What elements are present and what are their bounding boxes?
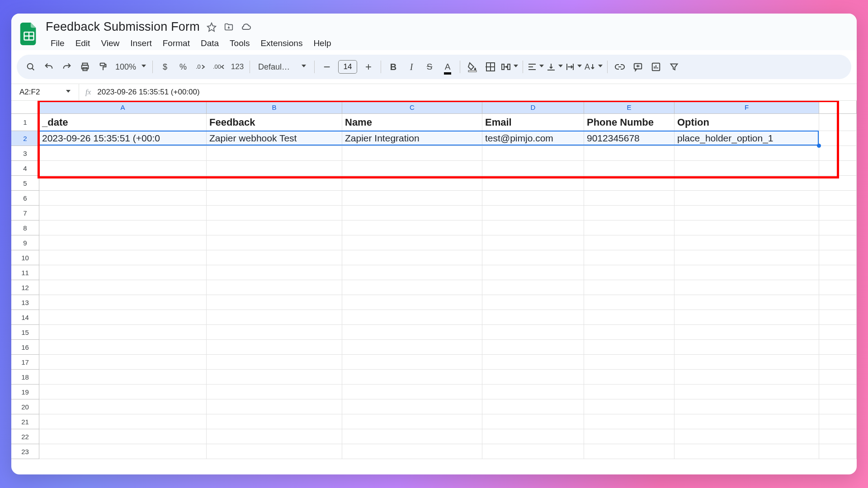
select-all-corner[interactable] [11,101,39,114]
cell[interactable]: Email [482,114,584,131]
cell[interactable] [342,265,482,280]
zoom-select[interactable]: 100% [113,62,148,72]
redo-icon[interactable] [59,59,75,75]
cell[interactable] [584,340,675,355]
cell[interactable] [482,206,584,221]
row-header[interactable]: 13 [11,295,39,310]
cell[interactable] [39,250,207,265]
cell[interactable] [675,176,819,191]
decrease-decimal-icon[interactable]: .0 [193,59,209,75]
cell[interactable] [342,235,482,250]
cell[interactable] [39,385,207,399]
cell[interactable] [207,414,342,429]
merge-cells-button[interactable] [501,59,518,75]
cell[interactable] [675,206,819,221]
cell[interactable] [675,355,819,370]
row-header[interactable]: 2 [11,131,39,146]
cell[interactable]: test@pimjo.com [482,131,584,146]
cell[interactable] [207,295,342,310]
cell[interactable] [342,355,482,370]
text-rotation-button[interactable]: A [585,59,603,75]
increase-decimal-icon[interactable]: .00 [212,59,227,75]
cell[interactable] [39,325,207,340]
cell[interactable] [207,355,342,370]
cell[interactable] [207,340,342,355]
row-header[interactable]: 20 [11,399,39,414]
decrease-fontsize-icon[interactable]: − [319,59,335,75]
cell[interactable] [584,444,675,459]
cell[interactable] [207,206,342,221]
cell[interactable] [342,340,482,355]
cell[interactable] [342,325,482,340]
cell[interactable] [584,176,675,191]
spreadsheet-grid[interactable]: ABCDEF 123456789101112131415161718192021… [11,101,857,474]
cell[interactable] [584,250,675,265]
cell[interactable] [39,161,207,176]
menu-help[interactable]: Help [308,37,336,50]
cell[interactable] [39,355,207,370]
cell[interactable] [584,325,675,340]
cell[interactable] [207,146,342,161]
cell[interactable] [675,146,819,161]
cell[interactable] [342,221,482,235]
cell[interactable] [207,385,342,399]
cell[interactable] [39,191,207,206]
cell[interactable] [675,295,819,310]
cell[interactable] [675,429,819,444]
cell[interactable] [482,146,584,161]
cell[interactable] [207,191,342,206]
menu-file[interactable]: File [46,37,70,50]
cell[interactable]: Option [675,114,819,131]
cell[interactable]: Name [342,114,482,131]
cell[interactable] [207,325,342,340]
cell[interactable] [675,280,819,295]
undo-icon[interactable] [41,59,57,75]
row-header[interactable]: 4 [11,161,39,176]
cell[interactable] [342,191,482,206]
cell[interactable] [207,429,342,444]
row-header[interactable]: 22 [11,429,39,444]
menu-format[interactable]: Format [158,37,195,50]
row-header[interactable]: 15 [11,325,39,340]
cell[interactable] [675,221,819,235]
cell[interactable] [342,250,482,265]
row-header[interactable]: 5 [11,176,39,191]
cell[interactable] [584,206,675,221]
cell[interactable] [675,444,819,459]
cell[interactable] [584,235,675,250]
cell[interactable] [207,176,342,191]
cell[interactable] [584,310,675,325]
italic-button[interactable]: I [404,59,419,75]
cell[interactable]: _date [39,114,207,131]
cell[interactable] [482,385,584,399]
cell[interactable] [342,385,482,399]
cell[interactable] [482,161,584,176]
row-header[interactable]: 17 [11,355,39,370]
row-header[interactable]: 10 [11,250,39,265]
cell[interactable] [207,310,342,325]
cell[interactable] [675,414,819,429]
menu-edit[interactable]: Edit [71,37,95,50]
insert-link-icon[interactable] [612,59,627,75]
cell[interactable] [342,429,482,444]
cell[interactable] [675,161,819,176]
row-header[interactable]: 19 [11,385,39,399]
cell[interactable] [342,206,482,221]
cell[interactable]: Zapier webhook Test [207,131,342,146]
cell[interactable] [482,340,584,355]
cell[interactable] [39,414,207,429]
cell[interactable] [207,235,342,250]
cell[interactable] [584,146,675,161]
cell[interactable] [482,370,584,385]
cell[interactable] [675,235,819,250]
cell[interactable] [482,295,584,310]
cell[interactable] [584,414,675,429]
cell[interactable] [675,385,819,399]
cell[interactable] [39,340,207,355]
column-header[interactable]: B [207,101,342,114]
menu-tools[interactable]: Tools [225,37,255,50]
cell[interactable] [39,235,207,250]
row-header[interactable]: 23 [11,444,39,459]
cell[interactable]: 9012345678 [584,131,675,146]
increase-fontsize-icon[interactable]: + [361,59,376,75]
